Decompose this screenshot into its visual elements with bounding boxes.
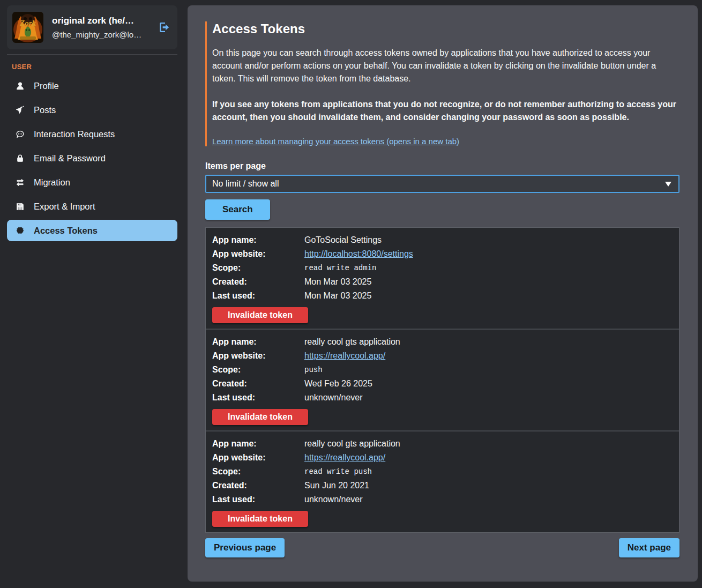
scope-value: read write push — [304, 465, 673, 479]
items-per-page-select[interactable]: No limit / show all — [205, 175, 679, 193]
user-icon — [15, 81, 25, 91]
search-button[interactable]: Search — [205, 199, 270, 220]
sidebar: Zork original zork (he/… @the_mighty_zor… — [0, 0, 188, 588]
app-website-link[interactable]: https://reallycool.app/ — [304, 351, 385, 360]
intro-paragraph: On this page you can search through acce… — [212, 47, 679, 85]
app-layout: Zork original zork (he/… @the_mighty_zor… — [0, 0, 702, 588]
created-value: Wed Feb 26 2025 — [304, 377, 673, 391]
invalidate-token-button[interactable]: Invalidate token — [212, 409, 308, 425]
token-fields: App name: really cool gts application Ap… — [212, 335, 673, 405]
pagination: Previous page Next page — [205, 538, 679, 557]
last-used-label: Last used: — [212, 289, 304, 303]
certificate-seal-icon — [15, 226, 25, 235]
scope-label: Scope: — [212, 465, 304, 479]
items-per-page-selected-value: No limit / show all — [212, 179, 279, 189]
token-card: App name: really cool gts application Ap… — [206, 430, 679, 532]
scope-value: read write admin — [304, 261, 673, 275]
sidebar-item-access-tokens[interactable]: Access Tokens — [7, 220, 177, 241]
sidebar-item-label: Posts — [34, 105, 56, 115]
app-name-label: App name: — [212, 233, 304, 247]
app-name-value: really cool gts application — [304, 335, 673, 349]
last-used-label: Last used: — [212, 391, 304, 405]
created-label: Created: — [212, 377, 304, 391]
last-used-label: Last used: — [212, 493, 304, 507]
svg-text:Zork: Zork — [19, 19, 36, 27]
user-handle: @the_mighty_zork@lo… — [52, 30, 150, 39]
app-website-link[interactable]: http://localhost:8080/settings — [304, 249, 413, 258]
scope-label: Scope: — [212, 363, 304, 377]
comment-dots-icon — [15, 129, 25, 139]
invalidate-token-button[interactable]: Invalidate token — [212, 511, 308, 527]
sidebar-divider — [7, 54, 177, 55]
app-website-link[interactable]: https://reallycool.app/ — [304, 453, 385, 462]
sidebar-section-label: USER — [12, 63, 188, 71]
app-website-value: http://localhost:8080/settings — [304, 247, 673, 261]
sidebar-item-profile[interactable]: Profile — [7, 75, 177, 96]
sidebar-item-migration[interactable]: Migration — [7, 172, 177, 193]
app-name-label: App name: — [212, 335, 304, 349]
token-fields: App name: really cool gts application Ap… — [212, 437, 673, 507]
user-card: Zork original zork (he/… @the_mighty_zor… — [7, 5, 177, 49]
app-website-label: App website: — [212, 247, 304, 261]
last-used-value: unknown/never — [304, 493, 673, 507]
sidebar-item-label: Email & Password — [34, 153, 106, 163]
zork-avatar-art: Zork — [12, 12, 43, 43]
paper-plane-icon — [15, 105, 25, 115]
next-page-button[interactable]: Next page — [619, 538, 679, 557]
items-per-page-label: Items per page — [205, 161, 679, 171]
app-name-value: really cool gts application — [304, 437, 673, 451]
last-used-value: Mon Mar 03 2025 — [304, 289, 673, 303]
sidebar-item-label: Interaction Requests — [34, 129, 115, 139]
app-website-value: https://reallycool.app/ — [304, 451, 673, 465]
app-name-value: GoToSocial Settings — [304, 233, 673, 247]
created-label: Created: — [212, 479, 304, 493]
app-name-label: App name: — [212, 437, 304, 451]
invalidate-token-button[interactable]: Invalidate token — [212, 307, 308, 323]
main-panel: Access Tokens On this page you can searc… — [188, 5, 698, 582]
avatar: Zork — [12, 12, 43, 43]
exchange-arrows-icon — [15, 177, 25, 187]
page-title: Access Tokens — [212, 21, 679, 36]
created-value: Mon Mar 03 2025 — [304, 275, 673, 289]
chevron-down-icon — [665, 182, 671, 187]
created-value: Sun Jun 20 2021 — [304, 479, 673, 493]
user-display-name: original zork (he/… — [52, 16, 150, 26]
app-website-label: App website: — [212, 349, 304, 363]
sidebar-item-label: Profile — [34, 81, 59, 91]
sign-out-icon — [158, 21, 171, 34]
sidebar-item-label: Export & Import — [34, 202, 95, 212]
sidebar-item-posts[interactable]: Posts — [7, 99, 177, 121]
sidebar-item-email-password[interactable]: Email & Password — [7, 147, 177, 169]
token-card: App name: GoToSocial Settings App websit… — [206, 228, 679, 329]
created-label: Created: — [212, 275, 304, 289]
token-card: App name: really cool gts application Ap… — [206, 329, 679, 430]
user-meta: original zork (he/… @the_mighty_zork@lo… — [52, 16, 150, 39]
token-list: App name: GoToSocial Settings App websit… — [205, 227, 679, 533]
sidebar-item-interaction-requests[interactable]: Interaction Requests — [7, 123, 177, 145]
learn-more-link[interactable]: Learn more about managing your access to… — [212, 137, 459, 146]
warning-paragraph: If you see any tokens from applications … — [212, 98, 679, 124]
token-fields: App name: GoToSocial Settings App websit… — [212, 233, 673, 303]
sidebar-item-label: Access Tokens — [34, 226, 98, 236]
floppy-disk-icon — [15, 202, 25, 211]
app-website-label: App website: — [212, 451, 304, 465]
app-website-value: https://reallycool.app/ — [304, 349, 673, 363]
logout-button[interactable] — [158, 21, 171, 34]
page-header: Access Tokens On this page you can searc… — [205, 21, 679, 146]
previous-page-button[interactable]: Previous page — [205, 538, 285, 557]
sidebar-item-export-import[interactable]: Export & Import — [7, 196, 177, 217]
scope-value: push — [304, 363, 673, 377]
last-used-value: unknown/never — [304, 391, 673, 405]
sidebar-item-label: Migration — [34, 177, 70, 188]
scope-label: Scope: — [212, 261, 304, 275]
lock-icon — [15, 153, 25, 163]
sidebar-nav: Profile Posts Interaction Requests — [0, 75, 188, 241]
